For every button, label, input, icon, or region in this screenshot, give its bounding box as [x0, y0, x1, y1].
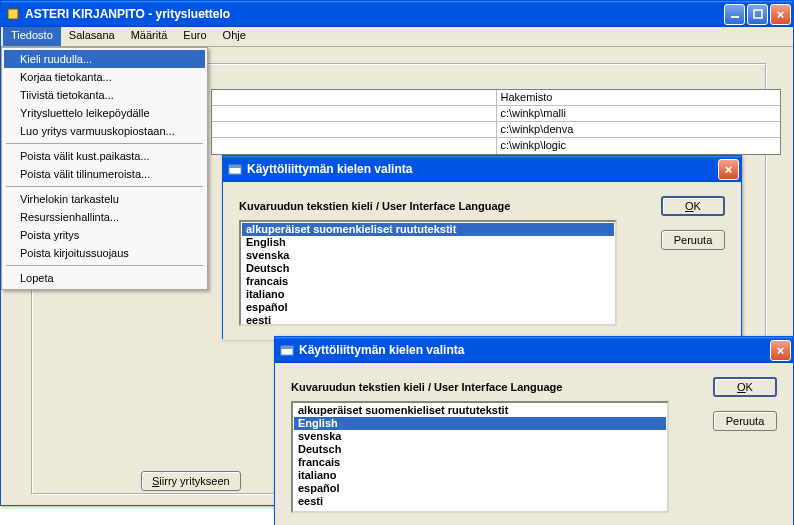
list-item[interactable]: svenska [242, 249, 614, 262]
table-cell: c:\winkp\malli [497, 106, 781, 121]
menu-item-explorer[interactable]: Resurssienhallinta... [4, 208, 205, 226]
menu-item-remove-spaces-account[interactable]: Poista välit tilinumeroista... [4, 165, 205, 183]
list-item[interactable]: francais [242, 275, 614, 288]
dialog1-body: Kuvaruudun tekstien kieli / User Interfa… [223, 182, 741, 340]
list-item[interactable]: English [242, 236, 614, 249]
dialog2-cancel-button[interactable]: Peruuta [713, 411, 777, 431]
menubar: Tiedosto Salasana Määritä Euro Ohje [1, 27, 793, 47]
list-item[interactable]: Deutsch [294, 443, 666, 456]
dialog-icon [227, 161, 243, 177]
directory-table: Hakemisto c:\winkp\malli c:\winkp\denva … [211, 89, 781, 155]
menu-item-delete-company[interactable]: Poista yritys [4, 226, 205, 244]
menu-euro[interactable]: Euro [175, 27, 214, 46]
go-button-area: Siirry yritykseen [141, 471, 241, 491]
table-cell: c:\winkp\logic [497, 138, 781, 154]
main-titlebar[interactable]: ASTERI KIRJANPITO - yritysluettelo × [1, 1, 793, 27]
table-cell: c:\winkp\denva [497, 122, 781, 137]
menu-ohje[interactable]: Ohje [215, 27, 254, 46]
table-header-col1 [212, 90, 497, 105]
menu-item-repair-db[interactable]: Korjaa tietokanta... [4, 68, 205, 86]
table-header-row: Hakemisto [212, 90, 780, 106]
dialog2-language-list[interactable]: alkuperäiset suomenkieliset ruututekstit… [291, 401, 669, 513]
svg-rect-4 [229, 165, 241, 168]
menu-item-errorlog[interactable]: Virhelokin tarkastelu [4, 190, 205, 208]
svg-rect-6 [281, 346, 293, 349]
dialog1-close-button[interactable]: × [718, 159, 739, 180]
menu-separator [6, 186, 203, 187]
menu-tiedosto[interactable]: Tiedosto [3, 27, 61, 46]
list-item[interactable]: eesti [242, 314, 614, 326]
table-cell [212, 138, 497, 154]
app-icon [5, 6, 21, 22]
menu-separator [6, 143, 203, 144]
list-item[interactable]: español [294, 482, 666, 495]
list-item[interactable]: Deutsch [242, 262, 614, 275]
menu-item-create-from-backup[interactable]: Luo yritys varmuuskopiostaan... [4, 122, 205, 140]
dialog2-body: Kuvaruudun tekstien kieli / User Interfa… [275, 363, 793, 525]
table-cell [212, 106, 497, 121]
menu-item-exit[interactable]: Lopeta [4, 269, 205, 287]
close-button[interactable]: × [770, 4, 791, 25]
menu-separator [6, 265, 203, 266]
list-item[interactable]: English [294, 417, 666, 430]
go-to-company-button[interactable]: Siirry yritykseen [141, 471, 241, 491]
language-dialog-2: Käyttöliittymän kielen valinta × Kuvaruu… [274, 336, 794, 525]
list-item[interactable]: svenska [294, 430, 666, 443]
dialog1-buttons: OK Peruuta [661, 196, 725, 250]
list-item[interactable]: francais [294, 456, 666, 469]
dialog1-cancel-button[interactable]: Peruuta [661, 230, 725, 250]
table-row[interactable]: c:\winkp\logic [212, 138, 780, 154]
list-item[interactable]: eesti [294, 495, 666, 508]
menu-item-language[interactable]: Kieli ruudulla... [4, 50, 205, 68]
dialog2-prompt: Kuvaruudun tekstien kieli / User Interfa… [291, 381, 777, 393]
dialog1-ok-button[interactable]: OK [661, 196, 725, 216]
tiedosto-dropdown: Kieli ruudulla... Korjaa tietokanta... T… [1, 47, 208, 290]
dialog2-ok-button[interactable]: OK [713, 377, 777, 397]
svg-rect-0 [8, 9, 18, 19]
svg-rect-1 [731, 16, 739, 18]
table-row[interactable]: c:\winkp\malli [212, 106, 780, 122]
language-dialog-1: Käyttöliittymän kielen valinta × Kuvaruu… [222, 155, 742, 339]
list-item[interactable]: alkuperäiset suomenkieliset ruututekstit [242, 223, 614, 236]
menu-item-remove-spaces-cost[interactable]: Poista välit kust.paikasta... [4, 147, 205, 165]
svg-rect-2 [754, 10, 762, 18]
table-cell [212, 122, 497, 137]
dialog2-title: Käyttöliittymän kielen valinta [299, 343, 770, 357]
list-item[interactable]: italiano [294, 469, 666, 482]
minimize-button[interactable] [724, 4, 745, 25]
menu-salasana[interactable]: Salasana [61, 27, 123, 46]
dialog1-title: Käyttöliittymän kielen valinta [247, 162, 718, 176]
dialog2-close-button[interactable]: × [770, 340, 791, 361]
table-header-col2: Hakemisto [497, 90, 781, 105]
menu-item-remove-readonly[interactable]: Poista kirjoitussuojaus [4, 244, 205, 262]
list-item[interactable]: italiano [242, 288, 614, 301]
menu-item-companylist-clipboard[interactable]: Yritysluettelo leikepöydälle [4, 104, 205, 122]
dialog2-buttons: OK Peruuta [713, 377, 777, 431]
table-row[interactable]: c:\winkp\denva [212, 122, 780, 138]
menu-item-compact-db[interactable]: Tiivistä tietokanta... [4, 86, 205, 104]
menu-maarita[interactable]: Määritä [123, 27, 176, 46]
dialog1-prompt: Kuvaruudun tekstien kieli / User Interfa… [239, 200, 725, 212]
list-item[interactable]: alkuperäiset suomenkieliset ruututekstit [294, 404, 666, 417]
maximize-button[interactable] [747, 4, 768, 25]
dialog2-titlebar[interactable]: Käyttöliittymän kielen valinta × [275, 337, 793, 363]
dialog1-language-list[interactable]: alkuperäiset suomenkieliset ruututekstit… [239, 220, 617, 326]
list-item[interactable]: español [242, 301, 614, 314]
dialog-icon [279, 342, 295, 358]
main-title: ASTERI KIRJANPITO - yritysluettelo [25, 7, 724, 21]
go-button-label: iirry yritykseen [159, 475, 229, 487]
window-buttons: × [724, 4, 791, 25]
dialog1-titlebar[interactable]: Käyttöliittymän kielen valinta × [223, 156, 741, 182]
